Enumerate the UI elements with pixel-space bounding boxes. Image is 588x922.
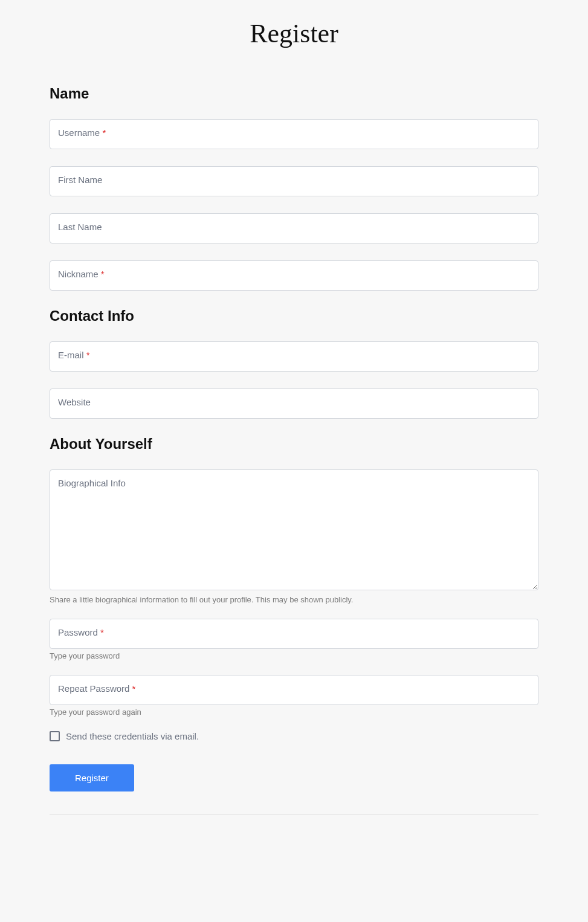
- password-helper: Type your password: [50, 651, 538, 660]
- email-wrapper: E-mail *: [50, 341, 538, 372]
- website-wrapper: Website: [50, 388, 538, 419]
- send-email-checkbox[interactable]: [50, 731, 60, 741]
- email-input[interactable]: [50, 341, 538, 372]
- section-title-name: Name: [50, 85, 538, 102]
- password-wrapper: Password *: [50, 619, 538, 649]
- divider: [50, 814, 538, 815]
- website-input[interactable]: [50, 388, 538, 419]
- register-button[interactable]: Register: [50, 764, 134, 791]
- bio-wrapper: Biographical Info: [50, 469, 538, 593]
- bio-input[interactable]: [50, 469, 538, 590]
- section-title-about: About Yourself: [50, 436, 538, 453]
- repeat-password-input[interactable]: [50, 675, 538, 705]
- last-name-input[interactable]: [50, 213, 538, 243]
- bio-helper: Share a little biographical information …: [50, 595, 538, 604]
- password-input[interactable]: [50, 619, 538, 649]
- send-email-label[interactable]: Send these credentials via email.: [66, 731, 199, 741]
- send-email-wrapper: Send these credentials via email.: [50, 731, 538, 741]
- username-input[interactable]: [50, 119, 538, 149]
- nickname-wrapper: Nickname *: [50, 260, 538, 291]
- username-wrapper: Username *: [50, 119, 538, 149]
- first-name-input[interactable]: [50, 166, 538, 196]
- first-name-wrapper: First Name: [50, 166, 538, 196]
- repeat-password-helper: Type your password again: [50, 708, 538, 717]
- section-title-contact: Contact Info: [50, 308, 538, 324]
- last-name-wrapper: Last Name: [50, 213, 538, 243]
- repeat-password-wrapper: Repeat Password *: [50, 675, 538, 705]
- page-title: Register: [50, 18, 538, 49]
- nickname-input[interactable]: [50, 260, 538, 291]
